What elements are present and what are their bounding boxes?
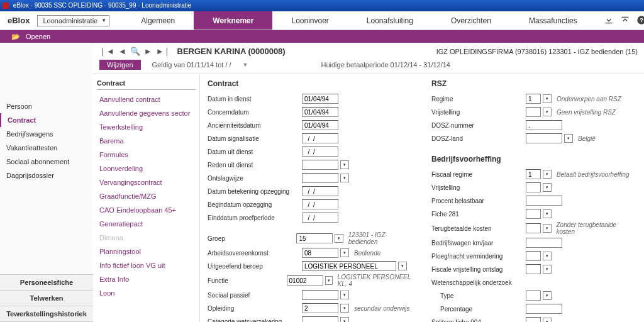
form-input[interactable] — [302, 303, 338, 313]
chevron-down-icon[interactable]: ▾ — [325, 276, 333, 285]
nav-first-icon[interactable]: ❘◄ — [99, 47, 114, 56]
chevron-down-icon[interactable]: ▾ — [564, 134, 573, 143]
chevron-down-icon[interactable]: ▾ — [340, 174, 349, 182]
form-input[interactable] — [302, 147, 338, 157]
form-input[interactable] — [526, 182, 541, 192]
form-input[interactable] — [526, 209, 541, 219]
chevron-down-icon[interactable]: ▾ — [543, 108, 552, 116]
chevron-down-icon[interactable]: ▾ — [340, 248, 349, 257]
form-input[interactable] — [302, 120, 338, 130]
sublist-item[interactable]: Graadfunctie/MZG — [97, 189, 196, 203]
tab-massafuncties[interactable]: Massafuncties — [510, 11, 596, 30]
contract-sublist: Contract Aanvullend contractAanvullende … — [93, 74, 200, 322]
sublist-item[interactable]: Loonverdeling — [97, 162, 196, 175]
form-input[interactable] — [302, 133, 338, 143]
form-input[interactable] — [526, 291, 541, 301]
form-input[interactable] — [526, 120, 562, 130]
form-input[interactable] — [302, 248, 338, 258]
sublist-item[interactable]: Formules — [97, 148, 196, 162]
form-input[interactable] — [302, 316, 338, 322]
sublist-item[interactable]: Loon — [97, 286, 196, 300]
leftnav-item[interactable]: Contract — [0, 113, 93, 127]
chevron-down-icon[interactable]: ▾ — [543, 183, 552, 192]
chevron-down-icon[interactable]: ▾ — [543, 252, 552, 260]
download-icon[interactable] — [604, 15, 614, 26]
leftnav-item[interactable]: Persoon — [0, 99, 93, 113]
tab-loonafsluiting[interactable]: Loonafsluiting — [348, 11, 432, 30]
sublist-item[interactable]: Extra Info — [97, 272, 196, 286]
chevron-down-icon[interactable]: ▾ — [398, 262, 407, 270]
form-input[interactable] — [526, 238, 562, 248]
form-input[interactable] — [302, 261, 396, 271]
sublist-item[interactable]: Vervangingscontract — [97, 175, 196, 189]
sublist-item[interactable]: Aanvullend contract — [97, 92, 196, 106]
form-row: Terugbetaalde kosten▾Zonder terugbetaald… — [431, 221, 636, 235]
leftnav-item[interactable]: Sociaal abonnement — [0, 155, 93, 169]
form-input[interactable] — [526, 317, 541, 322]
menubar: eBlox Loonadministratie AlgemeenWerkneme… — [0, 11, 644, 30]
form-row: Opleiding▾secundair onderwijs — [208, 303, 413, 314]
chevron-down-icon[interactable]: ▾ — [340, 304, 349, 313]
tab-werknemer[interactable]: Werknemer — [194, 11, 272, 30]
form-row: Vrijstelling▾Geen vrijstelling RSZ — [431, 106, 636, 118]
form-input[interactable] — [526, 107, 541, 117]
leftnav-item[interactable]: Dagprijsdossier — [0, 169, 93, 182]
chevron-down-icon[interactable]: ▾ — [543, 170, 552, 179]
form-input[interactable] — [296, 233, 333, 243]
help-icon[interactable]: ? — [636, 15, 644, 26]
nav-prev-icon[interactable]: ◄ — [118, 47, 126, 56]
tab-overzichten[interactable]: Overzichten — [432, 11, 510, 30]
nav-next-icon[interactable]: ► — [144, 47, 152, 56]
form-input[interactable] — [302, 160, 338, 170]
form-input[interactable] — [526, 169, 541, 179]
chevron-down-icon[interactable]: ▾ — [335, 234, 343, 243]
sublist-item[interactable]: Tewerkstelling — [97, 120, 196, 134]
form-input[interactable] — [526, 264, 541, 274]
form-input[interactable] — [302, 173, 338, 183]
chevron-down-icon[interactable]: ▾ — [543, 291, 552, 300]
contract-heading: Contract — [208, 79, 413, 88]
chevron-down-icon[interactable]: ▾ — [543, 209, 552, 218]
form-input[interactable] — [287, 275, 323, 286]
leftbottom-item[interactable]: Personeelsfiche — [0, 274, 93, 290]
wijzigen-button[interactable]: Wijzigen — [99, 60, 141, 70]
openbar[interactable]: 📂 Openen — [0, 30, 644, 43]
chevron-down-icon[interactable]: ▾ — [340, 317, 349, 322]
sublist-item[interactable]: CAO Eindeloopbaan 45+ — [97, 203, 196, 217]
chevron-down-icon[interactable]: ▾ — [340, 291, 349, 299]
chevron-down-icon[interactable]: ▾ — [543, 94, 552, 103]
chevron-down-icon[interactable]: ▾ — [543, 318, 552, 322]
form-input[interactable] — [302, 107, 338, 117]
sublist-item[interactable]: Info fictief loon VG uit — [97, 258, 196, 272]
nav-search-icon[interactable]: 🔍 — [130, 47, 140, 56]
leftbottom-item[interactable]: Telwerken — [0, 290, 93, 306]
form-input[interactable] — [526, 223, 541, 233]
sublist-item[interactable]: Aanvullende gegevens sector — [97, 106, 196, 120]
module-dropdown[interactable]: Loonadministratie — [37, 15, 109, 26]
tab-algemeen[interactable]: Algemeen — [122, 11, 194, 30]
form-input[interactable] — [526, 196, 562, 206]
sublist-item[interactable]: Barema — [97, 134, 196, 148]
form-input[interactable] — [526, 251, 541, 261]
sublist-item[interactable]: Dimona — [97, 231, 196, 245]
chevron-down-icon[interactable]: ▾ — [543, 224, 552, 233]
form-input[interactable] — [302, 186, 338, 196]
form-input[interactable] — [302, 290, 338, 300]
sublist-item[interactable]: Planningstool — [97, 245, 196, 258]
chevron-down-icon[interactable]: ▾ — [543, 265, 552, 274]
leftnav-item[interactable]: Bedrijfswagens — [0, 127, 93, 141]
chevron-down-icon[interactable]: ▾ — [340, 160, 349, 169]
geldig-dd-icon[interactable]: ▼ — [243, 62, 248, 68]
upload-icon[interactable] — [620, 15, 630, 26]
form-input[interactable] — [526, 94, 541, 104]
form-input[interactable] — [302, 213, 338, 223]
leftnav-item[interactable]: Vakantieattesten — [0, 141, 93, 155]
leftbottom-item[interactable]: Tewerkstellingshistoriek — [0, 306, 93, 322]
tab-looninvoer[interactable]: Looninvoer — [272, 11, 347, 30]
form-input[interactable] — [526, 133, 562, 143]
sublist-item[interactable]: Generatiepact — [97, 217, 196, 231]
form-input[interactable] — [302, 199, 338, 209]
nav-last-icon[interactable]: ►❘ — [156, 47, 171, 56]
form-input[interactable] — [302, 94, 338, 104]
form-input[interactable] — [526, 304, 562, 314]
